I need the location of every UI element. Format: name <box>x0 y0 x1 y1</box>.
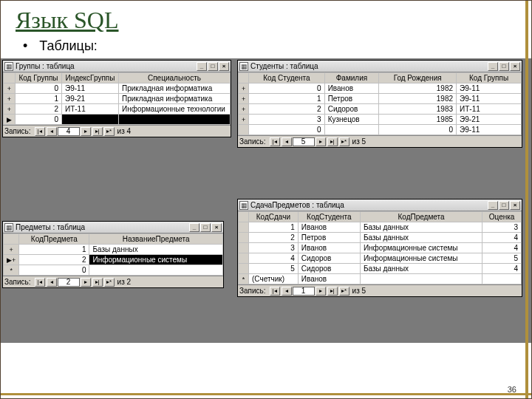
record-navigator: Запись: |◂ ◂ ▸ ▸| ▸* из 2 <box>3 276 223 287</box>
col-header[interactable]: КодСтудента <box>298 212 360 222</box>
table-row: 5СидоровБазы данных4 <box>239 264 522 274</box>
nav-label: Запись: <box>239 287 266 295</box>
col-header[interactable]: КодПредмета <box>360 212 482 222</box>
table-row: 3ИвановИнформационные системы4 <box>239 243 522 253</box>
db-workspace: Группы : таблица _ □ × Код Группы Индекс… <box>1 58 531 343</box>
title-students: Студенты : таблица <box>250 62 488 70</box>
grid-students[interactable]: Код Студента Фамилия Год Рождения Код Гр… <box>238 72 522 135</box>
nav-position-input[interactable] <box>58 127 80 136</box>
record-navigator: Запись: |◂ ◂ ▸ ▸| ▸* из 5 <box>238 284 522 296</box>
accent-vertical <box>525 1 528 398</box>
col-header[interactable]: Год Рождения <box>379 73 457 83</box>
accent-horizontal <box>1 393 531 395</box>
col-header[interactable]: Фамилия <box>324 73 379 83</box>
titlebar-students[interactable]: Студенты : таблица _ □ × <box>238 61 522 72</box>
window-students: Студенты : таблица _ □ × Код Студента Фа… <box>237 60 522 148</box>
title-exams: СдачаПредметов : таблица <box>250 201 488 209</box>
nav-new-button[interactable]: ▸* <box>339 287 349 296</box>
maximize-button[interactable]: □ <box>499 62 509 71</box>
nav-prev-button[interactable]: ◂ <box>282 287 292 296</box>
nav-last-button[interactable]: ▸| <box>92 278 103 287</box>
table-icon <box>239 62 248 71</box>
nav-position-input[interactable] <box>293 287 315 296</box>
titlebar-groups[interactable]: Группы : таблица _ □ × <box>3 61 231 72</box>
titlebar-subjects[interactable]: Предметы : таблица _ □ × <box>3 222 223 233</box>
table-row: *0 <box>4 265 223 276</box>
col-header[interactable]: Код Студента <box>249 73 324 83</box>
nav-first-button[interactable]: |◂ <box>270 287 280 296</box>
nav-prev-button[interactable]: ◂ <box>47 127 57 136</box>
table-row: +0Иванов1982Э9-11 <box>239 83 522 94</box>
table-row: 00Э9-11 <box>239 125 522 135</box>
table-row: 2ПетровБазы данных4 <box>239 233 522 243</box>
nav-new-button[interactable]: ▸* <box>339 137 349 146</box>
window-exams: СдачаПредметов : таблица _ □ × КодСдачи … <box>237 199 522 297</box>
nav-new-button[interactable]: ▸* <box>104 278 115 287</box>
table-row: ▶0 <box>4 115 231 125</box>
nav-count: из 5 <box>352 137 366 146</box>
nav-next-button[interactable]: ▸ <box>81 127 91 136</box>
title-subjects: Предметы : таблица <box>16 223 189 231</box>
col-header[interactable]: ИндексГруппы <box>61 73 118 83</box>
col-header[interactable]: КодСдачи <box>249 212 299 222</box>
record-navigator: Запись: |◂ ◂ ▸ ▸| ▸* из 5 <box>238 135 522 147</box>
table-icon <box>239 201 248 210</box>
nav-label: Запись: <box>239 137 266 146</box>
nav-next-button[interactable]: ▸ <box>81 278 91 287</box>
col-header[interactable]: Специальность <box>118 73 230 83</box>
nav-count: из 4 <box>117 127 132 135</box>
nav-last-button[interactable]: ▸| <box>327 287 338 296</box>
nav-first-button[interactable]: |◂ <box>35 127 45 136</box>
col-header[interactable]: Оценка <box>482 212 522 222</box>
table-row: +0Э9-11Прикладная информатика <box>4 83 231 94</box>
minimize-button[interactable]: _ <box>488 62 498 71</box>
nav-count: из 2 <box>117 278 132 286</box>
col-header[interactable]: Код Группы <box>457 73 522 83</box>
nav-last-button[interactable]: ▸| <box>92 127 103 136</box>
nav-count: из 5 <box>352 287 366 295</box>
col-header[interactable]: НазваниеПредмета <box>89 234 223 245</box>
table-row: 1ИвановБазы данных3 <box>239 222 522 233</box>
maximize-button[interactable]: □ <box>200 223 211 232</box>
nav-last-button[interactable]: ▸| <box>327 137 338 146</box>
nav-new-button[interactable]: ▸* <box>104 127 115 136</box>
minimize-button[interactable]: _ <box>488 201 498 210</box>
nav-prev-button[interactable]: ◂ <box>47 278 57 287</box>
close-button[interactable]: × <box>211 223 222 232</box>
bullet-text: Таблицы: <box>39 38 98 54</box>
nav-first-button[interactable]: |◂ <box>270 137 280 146</box>
table-row: +1Базы данных <box>4 245 223 255</box>
window-groups: Группы : таблица _ □ × Код Группы Индекс… <box>2 60 231 137</box>
table-row: +1Э9-21Прикладная информатика <box>4 94 231 104</box>
slide-title: Язык SQL <box>1 1 531 37</box>
nav-label: Запись: <box>4 278 31 286</box>
grid-groups[interactable]: Код Группы ИндексГруппы Специальность +0… <box>3 72 231 125</box>
nav-first-button[interactable]: |◂ <box>35 278 45 287</box>
nav-prev-button[interactable]: ◂ <box>282 137 292 146</box>
nav-label: Запись: <box>4 127 31 135</box>
minimize-button[interactable]: _ <box>189 223 200 232</box>
bullet-dot: • <box>23 38 27 54</box>
maximize-button[interactable]: □ <box>499 201 509 210</box>
table-row: +2Сидоров1983ИТ-11 <box>239 104 522 115</box>
table-row: +1Петров1982Э9-11 <box>239 94 522 104</box>
col-header[interactable]: Код Группы <box>16 73 62 83</box>
titlebar-exams[interactable]: СдачаПредметов : таблица _ □ × <box>238 200 522 211</box>
grid-subjects[interactable]: КодПредмета НазваниеПредмета +1Базы данн… <box>3 233 223 276</box>
close-button[interactable]: × <box>510 201 520 210</box>
record-navigator: Запись: |◂ ◂ ▸ ▸| ▸* из 4 <box>3 125 231 137</box>
nav-next-button[interactable]: ▸ <box>316 287 326 296</box>
maximize-button[interactable]: □ <box>208 62 218 71</box>
close-button[interactable]: × <box>219 62 229 71</box>
nav-next-button[interactable]: ▸ <box>316 137 326 146</box>
table-icon <box>4 62 13 71</box>
nav-position-input[interactable] <box>293 137 315 146</box>
grid-exams[interactable]: КодСдачи КодСтудента КодПредмета Оценка … <box>238 211 522 284</box>
close-button[interactable]: × <box>510 62 520 71</box>
nav-position-input[interactable] <box>58 278 80 287</box>
table-row: ▶+2Информационные системы <box>4 255 223 265</box>
window-subjects: Предметы : таблица _ □ × КодПредмета Наз… <box>2 221 224 288</box>
minimize-button[interactable]: _ <box>197 62 207 71</box>
table-row: *(Счетчик)Иванов <box>239 274 522 284</box>
col-header[interactable]: КодПредмета <box>19 234 89 245</box>
